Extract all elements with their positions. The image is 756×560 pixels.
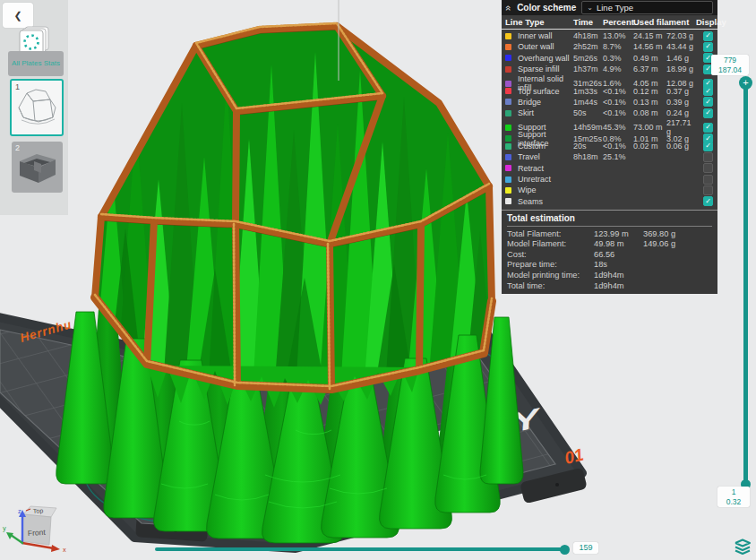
line-type-swatch bbox=[505, 165, 511, 171]
total-row: Cost:66.56 bbox=[507, 249, 712, 260]
collapse-sidebar-button[interactable]: ❮ bbox=[3, 3, 33, 28]
layers-icon[interactable] bbox=[733, 537, 752, 556]
line-type-swatch bbox=[505, 110, 511, 116]
line-type-swatch bbox=[505, 33, 511, 39]
line-type-swatch bbox=[505, 135, 511, 142]
display-checkbox[interactable]: ✓ bbox=[703, 196, 713, 206]
all-plates-stats-tab[interactable]: All Plates Stats bbox=[8, 51, 64, 76]
plus-icon: + bbox=[743, 77, 748, 88]
display-checkbox[interactable]: ✓ bbox=[703, 97, 713, 107]
display-checkbox[interactable]: ✓ bbox=[703, 142, 713, 151]
table-row: Sparse infill1h37m4.9%6.37 m18.99 g✓ bbox=[502, 64, 717, 74]
table-row: Seams✓ bbox=[502, 195, 717, 206]
table-row: Overhang wall5m26s0.3%0.49 m1.46 g✓ bbox=[502, 53, 717, 64]
line-type-swatch bbox=[505, 187, 511, 194]
view-mode-dropdown[interactable]: ⌄ Line Type bbox=[581, 1, 713, 14]
line-type-swatch bbox=[505, 143, 511, 150]
nav-cube-x-label: x bbox=[63, 546, 66, 554]
display-checkbox[interactable]: ✓ bbox=[703, 163, 713, 173]
line-type-swatch bbox=[505, 154, 511, 160]
table-row: Skirt50s<0.1%0.08 m0.24 g✓ bbox=[502, 108, 717, 118]
table-row: Support14h59m45.3%73.00 m217.71 g✓ bbox=[502, 118, 717, 129]
table-row: Bridge1m44s<0.1%0.13 m0.39 g✓ bbox=[502, 97, 717, 108]
total-estimation-section: Total estimation Total Filament:123.99 m… bbox=[502, 210, 717, 295]
line-type-swatch bbox=[505, 66, 511, 73]
display-checkbox[interactable]: ✓ bbox=[703, 86, 713, 96]
line-type-swatch bbox=[505, 198, 511, 204]
layer-slider-bottom-label: 1 0.32 bbox=[717, 487, 750, 507]
layer-slider-top-label: 779 187.04 bbox=[711, 55, 749, 75]
plate-thumbnail-2[interactable]: 2 bbox=[12, 142, 63, 193]
table-row: Unretract✓ bbox=[502, 174, 717, 185]
line-type-swatch bbox=[505, 125, 511, 131]
nav-cube-front-label[interactable]: Front bbox=[28, 528, 47, 538]
total-row: Model printing time:1d9h4m bbox=[507, 270, 712, 280]
total-row: Total Filament:123.99 m369.80 g bbox=[507, 228, 712, 239]
line-type-swatch bbox=[505, 55, 511, 61]
plate-number: 01 bbox=[563, 445, 585, 468]
table-row: Top surface1m33s<0.1%0.12 m0.37 g✓ bbox=[502, 85, 717, 96]
table-row: Internal solid infill31m26s1.6%4.05 m12.… bbox=[502, 74, 717, 85]
line-type-swatch bbox=[505, 177, 511, 183]
nav-cube[interactable]: z Top Front x y bbox=[3, 506, 66, 554]
support-interior[interactable] bbox=[93, 26, 494, 394]
panel-title: Color scheme bbox=[517, 3, 576, 13]
display-checkbox[interactable]: ✓ bbox=[703, 175, 713, 185]
layer-slider-track[interactable] bbox=[743, 79, 748, 484]
table-row: Custom20s<0.1%0.02 m0.06 g✓ bbox=[502, 141, 717, 151]
total-row: Model Filament:49.98 m149.06 g bbox=[507, 238, 712, 249]
line-type-swatch bbox=[505, 44, 511, 50]
move-slider-track[interactable] bbox=[155, 547, 566, 551]
plate-1-number: 1 bbox=[15, 82, 20, 91]
table-header: Line Type Time Percent Used filament Dis… bbox=[502, 15, 717, 30]
layer-slider-upper-handle[interactable]: + bbox=[739, 76, 752, 90]
color-scheme-panel: « Color scheme ⌄ Line Type Line Type Tim… bbox=[502, 0, 717, 283]
move-slider-label: 159 bbox=[573, 542, 598, 554]
display-checkbox[interactable]: ✓ bbox=[703, 108, 713, 118]
chevron-down-icon: ⌄ bbox=[587, 5, 593, 11]
display-checkbox[interactable]: ✓ bbox=[703, 42, 713, 52]
display-checkbox[interactable]: ✓ bbox=[703, 31, 713, 41]
panel-header: « Color scheme ⌄ Line Type bbox=[502, 0, 717, 15]
total-estimation-title: Total estimation bbox=[507, 213, 712, 227]
table-row: Travel8h18m25.1%✓ bbox=[502, 151, 717, 162]
line-type-table: Inner wall4h18m13.0%24.15 m72.03 g✓ Oute… bbox=[502, 30, 717, 207]
display-checkbox[interactable]: ✓ bbox=[703, 185, 713, 195]
total-row: Total time:1d9h4m bbox=[507, 280, 712, 291]
display-checkbox[interactable]: ✓ bbox=[703, 123, 713, 133]
line-type-swatch bbox=[505, 99, 511, 105]
plate-thumbnail-1[interactable]: 1 bbox=[10, 79, 64, 136]
table-row: Wipe✓ bbox=[502, 185, 717, 195]
line-type-swatch bbox=[505, 88, 511, 94]
panel-collapse-icon[interactable]: « bbox=[503, 4, 514, 10]
plate-2-number: 2 bbox=[15, 143, 20, 152]
collapse-sidebar-icon: ❮ bbox=[13, 10, 21, 22]
table-row: Outer wall2h52m8.7%14.56 m43.44 g✓ bbox=[502, 41, 717, 52]
total-row: Prepare time:18s bbox=[507, 260, 712, 271]
line-type-swatch bbox=[505, 81, 511, 87]
nav-cube-y-label: y bbox=[3, 524, 6, 532]
move-slider-handle[interactable] bbox=[560, 545, 570, 555]
view-mode-value: Line Type bbox=[597, 3, 633, 13]
table-row: Retract✓ bbox=[502, 163, 717, 174]
table-row: Inner wall4h18m13.0%24.15 m72.03 g✓ bbox=[502, 30, 717, 41]
display-checkbox[interactable]: ✓ bbox=[703, 152, 713, 162]
